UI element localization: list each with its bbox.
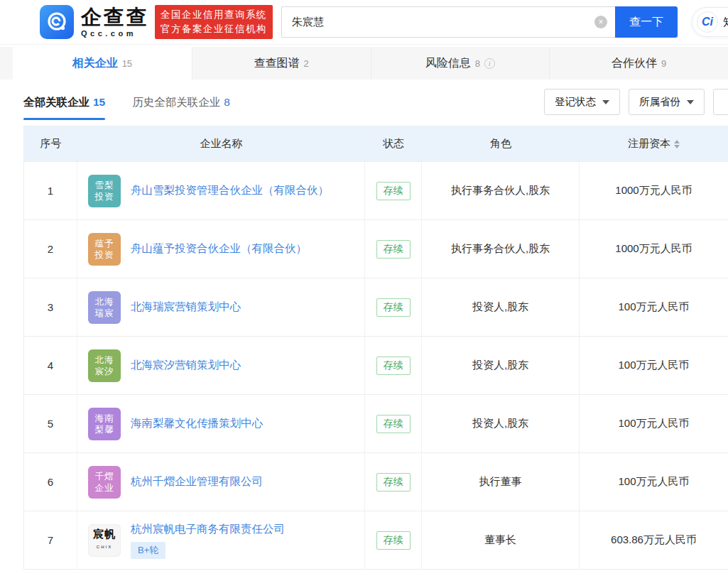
- sub-tab-bar: 全部关联企业 15 历史全部关联企业 8 登记状态 所属省份: [0, 80, 728, 125]
- tab-count: 15: [122, 58, 132, 69]
- company-avatar[interactable]: 北海瑞宸: [88, 291, 121, 324]
- table-header: 序号 企业名称 状态 角色 注册资本: [24, 126, 728, 161]
- filter-registration-status[interactable]: 登记状态: [544, 89, 620, 115]
- column-header-capital[interactable]: 注册资本: [580, 137, 728, 151]
- status-badge: 存续: [376, 182, 411, 200]
- company-cell: 北海宸汐 北海宸汐营销策划中心: [77, 337, 365, 394]
- qcc-logo-glyph: [45, 10, 69, 34]
- row-role: 执行董事: [422, 453, 580, 511]
- brand-domain: Qcc.com: [81, 30, 149, 38]
- company-name-link[interactable]: 北海瑞宸营销策划中心: [131, 299, 241, 315]
- row-capital: 100万元人民币: [580, 337, 728, 394]
- company-name-wrap: 杭州千熠企业管理有限公司: [131, 474, 263, 489]
- search-bar: × 查一下: [281, 6, 678, 38]
- company-name-link[interactable]: 海南梨馨文化传播策划中心: [131, 415, 263, 431]
- brand-text: 企查查 Qcc.com: [81, 7, 149, 38]
- sort-desc-icon: [674, 145, 680, 148]
- status-cell: 存续: [365, 395, 422, 452]
- row-index: 7: [24, 511, 77, 569]
- logo-text: 宸帆: [93, 528, 116, 540]
- company-avatar[interactable]: 北海宸汐: [88, 349, 121, 382]
- subtab-label: 历史全部关联企业: [132, 95, 220, 110]
- status-badge: 存续: [376, 531, 411, 550]
- brand-name: 企查查: [81, 7, 149, 28]
- subtab-count: 15: [93, 96, 105, 109]
- ai-assistant-pill[interactable]: Ci 知彼: [692, 7, 728, 37]
- company-cell: 雪梨投资 舟山雪梨投资管理合伙企业（有限合伙）: [77, 162, 365, 219]
- tab-label: 合作伙伴: [612, 56, 657, 71]
- row-capital: 100万元人民币: [580, 395, 728, 452]
- sort-icon[interactable]: [674, 140, 680, 148]
- row-capital: 100万元人民币: [580, 278, 728, 336]
- row-capital: 603.86万元人民币: [580, 511, 728, 569]
- tab-partners[interactable]: 合作伙伴 9: [549, 47, 728, 80]
- company-avatar[interactable]: 海南梨馨: [88, 408, 121, 440]
- company-avatar[interactable]: 蕴予投资: [88, 233, 121, 266]
- status-cell: 存续: [365, 511, 422, 569]
- company-name-wrap: 海南梨馨文化传播策划中心: [131, 415, 263, 431]
- company-avatar[interactable]: 千熠企业: [88, 466, 121, 499]
- company-name-link[interactable]: 北海宸汐营销策划中心: [131, 357, 241, 373]
- company-name-link[interactable]: 舟山蕴予投资合伙企业（有限合伙）: [131, 241, 307, 256]
- company-name-link[interactable]: 杭州千熠企业管理有限公司: [131, 474, 263, 489]
- tab-related-companies[interactable]: 相关企业 15: [13, 47, 192, 80]
- info-icon[interactable]: i: [484, 58, 495, 69]
- subtab-all-related[interactable]: 全部关联企业 15: [23, 80, 105, 125]
- status-cell: 存续: [365, 278, 422, 336]
- company-cell: 海南梨馨 海南梨馨文化传播策划中心: [77, 395, 365, 452]
- company-name-wrap: 舟山雪梨投资管理合伙企业（有限合伙）: [131, 183, 329, 198]
- status-badge: 存续: [376, 240, 411, 259]
- row-index: 3: [24, 278, 77, 336]
- related-companies-table: 序号 企业名称 状态 角色 注册资本 1 雪梨投资 舟山雪梨投资管理合伙企业（有…: [23, 126, 728, 570]
- filter-province[interactable]: 所属省份: [629, 89, 705, 115]
- column-header-role: 角色: [422, 137, 580, 151]
- status-cell: 存续: [365, 220, 422, 278]
- company-cell: 蕴予投资 舟山蕴予投资合伙企业（有限合伙）: [77, 220, 365, 278]
- tab-label: 相关企业: [72, 56, 118, 71]
- page-header: 企查查 Qcc.com 全国企业信用查询系统 官方备案企业征信机构 × 查一下 …: [0, 0, 728, 45]
- search-button[interactable]: 查一下: [615, 6, 678, 38]
- clear-search-icon[interactable]: ×: [594, 16, 607, 28]
- tab-label: 查查图谱: [254, 56, 300, 71]
- logo-subtext: CHIX: [97, 541, 112, 553]
- row-capital: 1000万元人民币: [580, 162, 728, 219]
- company-name-link[interactable]: 杭州宸帆电子商务有限责任公司: [131, 521, 285, 537]
- company-cell: 北海瑞宸 北海瑞宸营销策划中心: [77, 278, 365, 336]
- subtab-history-related[interactable]: 历史全部关联企业 8: [132, 80, 230, 125]
- row-role: 投资人,股东: [422, 278, 580, 336]
- tab-count: 8: [475, 58, 480, 69]
- company-avatar[interactable]: 宸帆CHIX: [88, 524, 121, 557]
- company-name-link[interactable]: 舟山雪梨投资管理合伙企业（有限合伙）: [131, 183, 329, 198]
- company-name-wrap: 舟山蕴予投资合伙企业（有限合伙）: [131, 241, 307, 256]
- subtab-count: 8: [224, 96, 230, 109]
- column-header-capital-label: 注册资本: [628, 137, 670, 151]
- company-name-wrap: 北海瑞宸营销策划中心: [131, 299, 241, 315]
- status-badge: 存续: [376, 357, 411, 375]
- qcc-logo-icon[interactable]: [40, 5, 74, 39]
- company-name-wrap: 杭州宸帆电子商务有限责任公司 B+轮: [131, 521, 285, 559]
- tab-risk-info[interactable]: 风险信息 8 i: [371, 47, 550, 80]
- table-row: 4 北海宸汐 北海宸汐营销策划中心 存续 投资人,股东 100万元人民币: [24, 336, 728, 394]
- table-row: 2 蕴予投资 舟山蕴予投资合伙企业（有限合伙） 存续 执行事务合伙人,股东 10…: [24, 219, 728, 278]
- column-header-status: 状态: [365, 137, 422, 151]
- status-cell: 存续: [365, 453, 422, 511]
- company-avatar[interactable]: 雪梨投资: [88, 175, 121, 207]
- status-badge: 存续: [376, 415, 411, 433]
- row-role: 董事长: [422, 511, 580, 569]
- row-role: 投资人,股东: [422, 395, 580, 452]
- sort-asc-icon: [674, 140, 680, 143]
- tab-chacha-graph[interactable]: 查查图谱 2: [192, 47, 371, 80]
- tab-count: 9: [661, 58, 666, 69]
- filter-clipped-button[interactable]: [713, 89, 728, 115]
- table-row: 7 宸帆CHIX 杭州宸帆电子商务有限责任公司 B+轮 存续 董事长 603.8…: [24, 511, 728, 569]
- ai-assistant-label: 知彼: [723, 16, 728, 29]
- row-index: 1: [24, 162, 77, 219]
- search-input[interactable]: [281, 6, 615, 38]
- gov-badge-line1: 全国企业信用查询系统: [161, 8, 267, 22]
- status-badge: 存续: [376, 298, 411, 317]
- chevron-down-icon: [602, 100, 609, 104]
- status-cell: 存续: [365, 337, 422, 394]
- row-capital: 100万元人民币: [580, 453, 728, 511]
- funding-round-badge: B+轮: [131, 542, 165, 559]
- company-name-wrap: 北海宸汐营销策划中心: [131, 357, 241, 373]
